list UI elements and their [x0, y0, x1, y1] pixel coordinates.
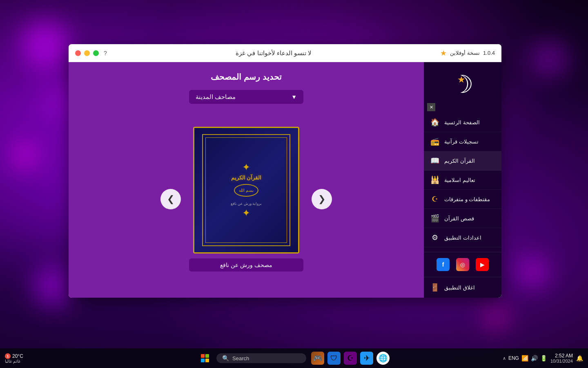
sidebar-item-settings[interactable]: اعدادات التطبيق ⚙ [424, 228, 501, 247]
sidebar-item-quran[interactable]: القرآن الكريم 📖 [424, 151, 501, 171]
taskbar-app-game[interactable]: 🎮 [311, 352, 324, 365]
sidebar-logo: ☽ ★ [424, 62, 501, 103]
facebook-icon: f [442, 261, 444, 268]
browser-icon: 🌐 [379, 354, 388, 363]
telegram-icon: ✈ [364, 354, 370, 363]
taskbar-app-quran[interactable]: ☪ [344, 352, 357, 365]
sidebar-close-button[interactable]: ✕ [427, 103, 435, 111]
title-bar: ? لا تنسو الدعاء لأخواتنا في غزة 1.0.4 ن… [69, 44, 501, 62]
taskbar-right: ∧ ENG 📶 🔊 🔋 2:52 AM 10/31/2024 🔔 [503, 353, 583, 364]
taskbar: 1 20°C غائم غالبا 🔍 Search 🎮 🛡 [0, 348, 588, 368]
weather-widget[interactable]: 1 20°C غائم غالبا [5, 353, 23, 364]
version-info: 1.0.4 نسخة أوفلاين ★ [440, 49, 495, 58]
quran-cover-inner: ✦ القرآن الكريم بسم الله برواية ورش عن ن… [202, 134, 290, 246]
win-tile-3 [201, 359, 205, 362]
weather-temp: 1 20°C [5, 353, 23, 359]
mushaf-dropdown[interactable]: ▼ مصاحف المدينة [189, 90, 303, 104]
main-area: تحديد رسم المصحف ▼ مصاحف المدينة ❮ ✦ [69, 62, 501, 298]
facebook-button[interactable]: f [437, 258, 450, 271]
youtube-icon: ▶ [480, 261, 485, 268]
minimize-button[interactable] [84, 50, 90, 56]
quran-medallion: ✦ القرآن الكريم بسم الله برواية ورش عن ن… [222, 162, 271, 219]
sidebar-item-clips[interactable]: مقتطفات و متفرقات ☪ [424, 190, 501, 209]
clock-date: 10/31/2024 [550, 359, 573, 364]
clock-time: 2:52 AM [555, 353, 573, 359]
sidebar-item-teachings[interactable]: تعاليم اسلامية 🕌 [424, 171, 501, 190]
taskbar-search[interactable]: 🔍 Search [216, 353, 306, 363]
carousel-area: ❮ ✦ القرآن الكريم بسم الله [77, 110, 416, 288]
search-label: Search [232, 355, 249, 361]
youtube-button[interactable]: ▶ [476, 258, 489, 271]
mushaf-display: ✦ القرآن الكريم بسم الله برواية ورش عن ن… [189, 127, 303, 272]
instagram-button[interactable]: ◎ [456, 258, 469, 271]
tray-expand-icon[interactable]: ∧ [503, 356, 506, 361]
taskbar-app-shield[interactable]: 🛡 [327, 352, 341, 365]
dropdown-label: مصاحف المدينة [196, 93, 236, 101]
sidebar-social: f ◎ ▶ [424, 252, 501, 277]
notifications-icon[interactable]: 🔔 [576, 355, 583, 361]
star-icon: ★ [440, 49, 447, 58]
windows-logo [201, 354, 209, 362]
window-controls: ? [75, 50, 107, 56]
close-button[interactable] [75, 50, 81, 56]
version-label: نسخة أوفلاين [450, 50, 480, 56]
system-tray: ∧ ENG 📶 🔊 🔋 [503, 355, 547, 361]
notification-badge: 1 [5, 353, 11, 359]
mushaf-image: ✦ القرآن الكريم بسم الله برواية ورش عن ن… [193, 127, 299, 254]
instagram-icon: ◎ [460, 261, 465, 268]
taskbar-app-browser[interactable]: 🌐 [376, 352, 390, 365]
prev-button[interactable]: ❮ [160, 189, 181, 209]
mushaf-name-tag: مصحف ورش عن نافع [189, 258, 303, 272]
quran-cover: ✦ القرآن الكريم بسم الله برواية ورش عن ن… [194, 128, 298, 252]
taskbar-left: 1 20°C غائم غالبا [5, 353, 25, 364]
win-tile-1 [201, 354, 205, 358]
dropdown-arrow-icon: ▼ [291, 94, 297, 100]
taskbar-center: 🔍 Search 🎮 🛡 ☪ ✈ 🌐 [198, 352, 390, 365]
content-panel: تحديد رسم المصحف ▼ مصاحف المدينة ❮ ✦ [69, 62, 424, 298]
language-indicator[interactable]: ENG [508, 355, 519, 361]
app-window: ? لا تنسو الدعاء لأخواتنا في غزة 1.0.4 ن… [69, 44, 501, 298]
volume-icon[interactable]: 🔊 [531, 355, 538, 361]
star-logo-icon: ★ [457, 74, 466, 85]
shield-icon: 🛡 [330, 354, 338, 363]
bottom-ornament: ✦ [242, 207, 250, 219]
battery-icon[interactable]: 🔋 [540, 355, 547, 361]
wifi-icon[interactable]: 📶 [521, 355, 528, 361]
sidebar-nav: الصفحة الرئسية 🏠 تسجيلات قرآنية 📻 القرآن… [424, 113, 501, 252]
help-button[interactable]: ? [104, 50, 107, 56]
maximize-button[interactable] [93, 50, 99, 56]
top-ornament: ✦ [242, 162, 250, 173]
sidebar-item-home[interactable]: الصفحة الرئسية 🏠 [424, 113, 501, 132]
window-title: لا تنسو الدعاء لأخواتنا في غزة [236, 49, 312, 57]
quran-emblem: بسم الله [239, 188, 254, 193]
close-app-button[interactable]: اغلاق التطبيق 🚪 [424, 277, 501, 298]
taskbar-app-telegram[interactable]: ✈ [360, 352, 373, 365]
win-tile-4 [205, 359, 209, 362]
sidebar: ☽ ★ ✕ الصفحة الرئسية 🏠 تسجيلات قرآنية 📻 … [424, 62, 501, 298]
taskbar-apps: 🎮 🛡 ☪ ✈ 🌐 [311, 352, 390, 365]
quran-cover-title: القرآن الكريم [231, 175, 262, 181]
win-tile-2 [205, 354, 209, 358]
start-button[interactable] [198, 352, 212, 365]
version-number: 1.0.4 [483, 50, 495, 56]
clock[interactable]: 2:52 AM 10/31/2024 [550, 353, 573, 364]
next-button[interactable]: ❯ [312, 189, 332, 209]
sidebar-item-stories[interactable]: قصص القرآن 🎬 [424, 209, 501, 228]
search-icon: 🔍 [222, 355, 229, 361]
quran-cover-subtitle: برواية ورش عن نافع [231, 202, 262, 206]
game-icon: 🎮 [313, 354, 322, 363]
sidebar-item-recordings[interactable]: تسجيلات قرآنية 📻 [424, 132, 501, 151]
page-title: تحديد رسم المصحف [211, 72, 281, 82]
weather-description: غائم غالبا [5, 359, 20, 364]
quran-app-icon: ☪ [347, 354, 354, 363]
